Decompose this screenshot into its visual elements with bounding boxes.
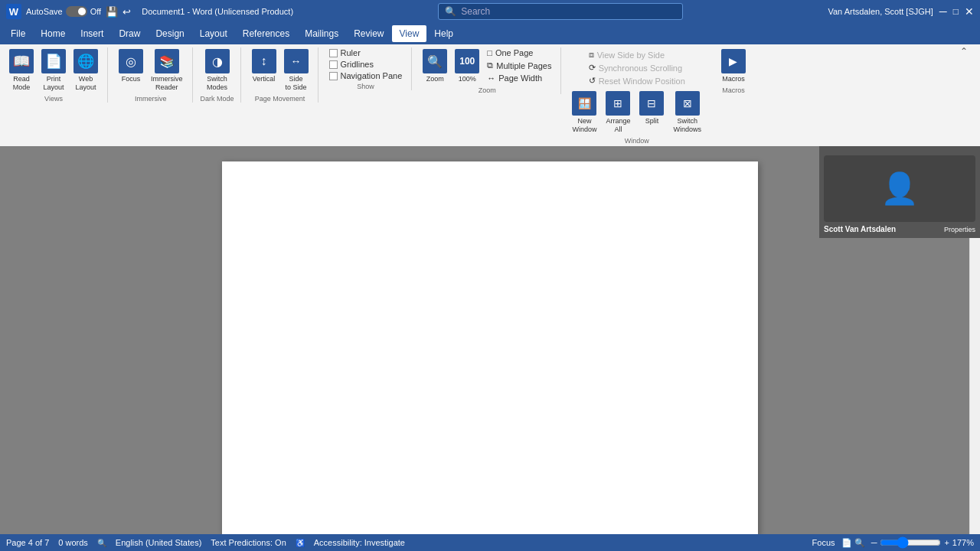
ribbon-content: 📖 ReadMode 📄 PrintLayout 🌐 WebLayout Vie…	[0, 44, 980, 146]
switch-modes-label: SwitchModes	[207, 75, 227, 92]
arrange-all-btn[interactable]: ⊞ ArrangeAll	[603, 90, 633, 135]
multiple-pages-icon: ⧉	[487, 60, 493, 70]
menu-help[interactable]: Help	[426, 25, 461, 42]
menu-draw[interactable]: Draw	[111, 25, 148, 42]
zoom-btn[interactable]: 🔍 Zoom	[420, 47, 450, 85]
web-layout-btn[interactable]: 🌐 WebLayout	[70, 47, 101, 93]
macros-buttons: ▶ Macros	[718, 47, 749, 85]
ruler-checkbox-row[interactable]: Ruler	[326, 47, 406, 58]
ribbon-collapse-btn[interactable]: ⌃	[960, 46, 968, 57]
autosave-toggle-switch[interactable]	[66, 6, 87, 17]
language: English (United States)	[116, 538, 202, 547]
print-layout-label: PrintLayout	[43, 75, 64, 92]
sync-scroll-label: Synchronous Scrolling	[599, 64, 682, 73]
menu-mailings[interactable]: Mailings	[297, 25, 346, 42]
menu-home[interactable]: Home	[33, 25, 73, 42]
document-page	[222, 161, 758, 536]
page-width-btn[interactable]: ↔ Page Width	[484, 73, 554, 83]
multiple-pages-btn[interactable]: ⧉ Multiple Pages	[484, 60, 554, 71]
views-group-label: Views	[44, 95, 63, 103]
navpane-checkbox-row[interactable]: Navigation Pane	[326, 70, 406, 81]
zoom-100-label: 100%	[459, 75, 476, 83]
zoom-page-btns: □ One Page ⧉ Multiple Pages ↔ Page Width	[484, 47, 554, 83]
zoom-100-icon: 100	[455, 49, 479, 73]
ribbon-group-dark: ◑ SwitchModes Dark Mode	[201, 47, 241, 103]
zoom-level: 177%	[952, 538, 974, 547]
word-count: 0 words	[58, 538, 88, 547]
ribbon: 📖 ReadMode 📄 PrintLayout 🌐 WebLayout Vie…	[0, 44, 980, 146]
read-mode-btn[interactable]: 📖 ReadMode	[6, 47, 37, 93]
webcam-footer: Scott Van Artsdalen Properties	[824, 225, 975, 233]
zoom-in-btn[interactable]: +	[944, 538, 949, 547]
window-main-btns: 🪟 NewWindow ⊞ ArrangeAll ⊟ Split ⊠ Switc…	[569, 90, 704, 135]
content-area: ▲ ▼ 👤 Scott Van Artsdalen Properties Edi…	[0, 146, 980, 551]
doc-title: Document1 - Word (Unlicensed Product)	[142, 7, 293, 16]
menu-insert[interactable]: Insert	[73, 25, 111, 42]
view-side-by-side-btn[interactable]: ⧈ View Side by Side	[586, 49, 688, 60]
side-to-side-btn[interactable]: ↔ Sideto Side	[281, 47, 312, 93]
vertical-btn[interactable]: ↕ Vertical	[249, 47, 279, 85]
web-layout-label: WebLayout	[75, 75, 96, 92]
vertical-icon: ↕	[252, 49, 276, 73]
view-mode-icons: 📄 🔍	[841, 538, 865, 548]
ribbon-group-show: Ruler Gridlines Navigation Pane Show	[326, 47, 413, 90]
macros-btn[interactable]: ▶ Macros	[718, 47, 749, 85]
gridlines-checkbox-row[interactable]: Gridlines	[326, 59, 406, 70]
switch-windows-btn[interactable]: ⊠ SwitchWindows	[670, 90, 704, 135]
menu-bar: File Home Insert Draw Design Layout Refe…	[0, 23, 980, 44]
menu-design[interactable]: Design	[148, 25, 191, 42]
new-window-btn[interactable]: 🪟 NewWindow	[569, 90, 599, 135]
webcam-area: 👤 Scott Van Artsdalen Properties	[819, 146, 980, 238]
zoom-icon: 🔍	[423, 49, 447, 73]
autosave-toggle[interactable]: AutoSave Off	[26, 6, 101, 17]
split-btn[interactable]: ⊟ Split	[636, 90, 667, 135]
restore-icon[interactable]: □	[953, 6, 959, 17]
menu-layout[interactable]: Layout	[192, 25, 235, 42]
reset-window-btn[interactable]: ↺ Reset Window Position	[586, 75, 688, 86]
page-width-icon: ↔	[487, 73, 495, 83]
user-name: Van Artsdalen, Scott [SJGH]	[828, 7, 933, 16]
read-mode-icon: 📖	[9, 49, 34, 73]
search-bar[interactable]: 🔍 Search	[438, 3, 683, 20]
menu-references[interactable]: References	[235, 25, 297, 42]
navpane-checkbox[interactable]	[329, 72, 338, 80]
split-icon: ⊟	[639, 91, 664, 116]
menu-review[interactable]: Review	[346, 25, 391, 42]
minimize-icon[interactable]: ─	[939, 5, 947, 18]
ruler-checkbox[interactable]	[329, 49, 338, 57]
switch-modes-btn[interactable]: ◑ SwitchModes	[202, 47, 233, 93]
immersive-reader-label: ImmersiveReader	[151, 75, 183, 92]
word-icon: W	[6, 4, 21, 19]
menu-view[interactable]: View	[392, 25, 427, 42]
focus-btn[interactable]: ◎ Focus	[116, 47, 146, 85]
immersive-reader-btn[interactable]: 📚 ImmersiveReader	[148, 47, 186, 93]
webcam-video: 👤 Scott Van Artsdalen Properties	[819, 146, 980, 238]
zoom-100-btn[interactable]: 100 100%	[452, 47, 482, 85]
print-layout-btn[interactable]: 📄 PrintLayout	[38, 47, 69, 93]
switch-windows-icon: ⊠	[675, 91, 700, 116]
zoom-out-btn[interactable]: ─	[871, 538, 877, 547]
arrange-all-icon: ⊞	[606, 91, 630, 116]
gridlines-checkbox[interactable]	[329, 60, 338, 69]
track-changes-icon: 🔍	[97, 539, 106, 547]
zoom-slider-input[interactable]	[880, 536, 941, 549]
movement-group-label: Page Movement	[255, 95, 305, 103]
read-mode-label: ReadMode	[13, 75, 31, 92]
focus-btn-status[interactable]: Focus	[812, 538, 835, 547]
views-buttons: 📖 ReadMode 📄 PrintLayout 🌐 WebLayout	[6, 47, 101, 93]
switch-modes-icon: ◑	[205, 49, 230, 73]
one-page-btn[interactable]: □ One Page	[484, 47, 554, 58]
menu-file[interactable]: File	[3, 25, 33, 42]
accessibility-status: Accessibility: Investigate	[314, 538, 405, 547]
search-icon: 🔍	[445, 6, 456, 17]
text-predictions: Text Predictions: On	[211, 538, 286, 547]
undo-icon[interactable]: ↩	[122, 6, 131, 18]
page-width-label: Page Width	[498, 73, 542, 83]
sync-scroll-btn[interactable]: ⟳ Synchronous Scrolling	[586, 62, 688, 73]
sync-scroll-icon: ⟳	[589, 63, 596, 73]
close-icon[interactable]: ✕	[965, 5, 974, 18]
focus-label: Focus	[122, 75, 141, 83]
side-to-side-label: Sideto Side	[286, 75, 307, 92]
save-icon[interactable]: 💾	[106, 6, 118, 18]
movement-buttons: ↕ Vertical ↔ Sideto Side	[249, 47, 312, 93]
